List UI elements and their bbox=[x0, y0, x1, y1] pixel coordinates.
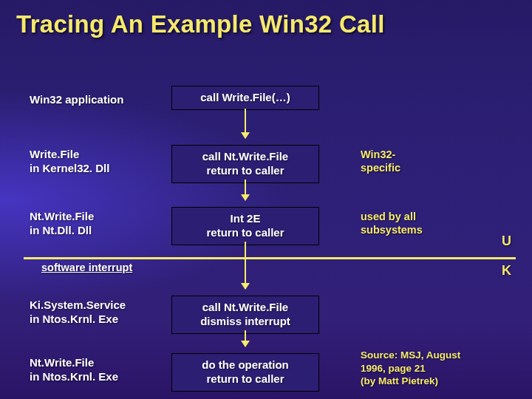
note-line: subsystems bbox=[361, 224, 423, 236]
box-line: return to caller bbox=[206, 372, 284, 385]
label-win32-app: Win32 application bbox=[30, 93, 123, 107]
box-int2e: Int 2E return to caller bbox=[171, 207, 319, 245]
user-kernel-divider bbox=[24, 257, 516, 259]
label-line: Write.File bbox=[30, 148, 79, 160]
label-ntwritefile-ntdll: Nt.Write.File in Nt.Dll. Dll bbox=[30, 210, 94, 238]
note-line: specific bbox=[361, 162, 400, 174]
arrow-down-icon bbox=[245, 242, 246, 289]
box-line: call Nt.Write.File bbox=[202, 150, 288, 163]
label-writefile-kernel32: Write.File in Kernel32. Dll bbox=[30, 148, 109, 176]
box-line: call Nt.Write.File bbox=[202, 301, 288, 313]
note-used-by-all: used by all subsystems bbox=[361, 210, 423, 236]
source-citation: Source: MSJ, August 1996, page 21 (by Ma… bbox=[361, 349, 460, 388]
label-line: in Ntos.Krnl. Exe bbox=[30, 313, 118, 325]
note-line: Win32- bbox=[361, 149, 395, 160]
box-line: Int 2E bbox=[231, 212, 261, 225]
box-line: return to caller bbox=[206, 226, 284, 239]
box-line: do the operation bbox=[202, 358, 289, 371]
arrow-down-icon bbox=[245, 330, 246, 347]
label-kernel-mode: K bbox=[502, 263, 511, 279]
label-line: in Nt.Dll. Dll bbox=[30, 224, 92, 236]
source-line: Source: MSJ, August bbox=[361, 349, 460, 361]
label-line: Ki.System.Service bbox=[30, 299, 126, 311]
label-line: in Ntos.Krnl. Exe bbox=[30, 370, 118, 383]
label-software-interrupt: software interrupt bbox=[41, 262, 132, 273]
box-dismiss-interrupt: call Nt.Write.File dismiss interrupt bbox=[171, 296, 319, 334]
box-call-ntwritefile: call Nt.Write.File return to caller bbox=[171, 145, 319, 183]
box-line: return to caller bbox=[206, 164, 284, 177]
label-user-mode: U bbox=[502, 233, 511, 249]
diagram-canvas: Win32 application Write.File in Kernel32… bbox=[0, 0, 532, 399]
source-line: (by Matt Pietrek) bbox=[361, 375, 438, 386]
box-call-writefile: call Write.File(…) bbox=[171, 86, 319, 110]
label-line: Nt.Write.File bbox=[30, 356, 94, 369]
arrow-down-icon bbox=[245, 109, 246, 138]
arrow-down-icon bbox=[245, 180, 246, 200]
label-kisystemservice: Ki.System.Service in Ntos.Krnl. Exe bbox=[30, 299, 126, 327]
box-do-operation: do the operation return to caller bbox=[171, 353, 319, 392]
label-line: Nt.Write.File bbox=[30, 210, 94, 222]
label-ntwritefile-ntoskrnl: Nt.Write.File in Ntos.Krnl. Exe bbox=[30, 356, 118, 384]
note-win32-specific: Win32- specific bbox=[361, 148, 400, 174]
source-line: 1996, page 21 bbox=[361, 363, 426, 374]
label-line: in Kernel32. Dll bbox=[30, 162, 109, 174]
box-line: dismiss interrupt bbox=[200, 315, 290, 327]
note-line: used by all bbox=[361, 211, 416, 222]
